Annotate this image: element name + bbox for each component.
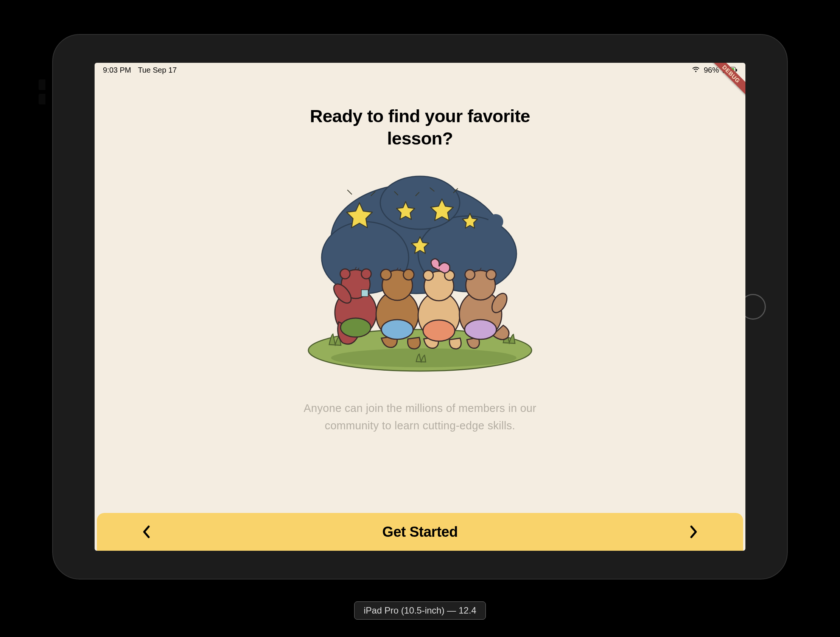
next-button[interactable] bbox=[686, 525, 701, 538]
battery-percent: 96% bbox=[704, 66, 719, 74]
svg-point-35 bbox=[486, 270, 496, 279]
volume-buttons bbox=[39, 79, 52, 106]
svg-point-5 bbox=[499, 238, 508, 247]
prev-button[interactable] bbox=[139, 525, 154, 538]
get-started-button[interactable]: Get Started bbox=[382, 524, 458, 540]
status-bar: 9:03 PM Tue Sep 17 96% bbox=[95, 63, 745, 75]
app-screen: 9:03 PM Tue Sep 17 96% DEBUG Ready to fi… bbox=[95, 63, 745, 551]
svg-rect-21 bbox=[362, 290, 368, 296]
bottom-nav-bar: Get Started bbox=[97, 513, 743, 551]
wifi-icon bbox=[692, 66, 700, 74]
svg-point-36 bbox=[465, 320, 496, 339]
onboarding-illustration bbox=[299, 172, 541, 377]
svg-point-24 bbox=[381, 269, 391, 280]
svg-point-18 bbox=[362, 269, 371, 279]
ipad-device-frame: 9:03 PM Tue Sep 17 96% DEBUG Ready to fi… bbox=[46, 27, 794, 586]
svg-point-3 bbox=[380, 176, 460, 229]
svg-point-29 bbox=[423, 270, 433, 280]
status-time: 9:03 PM bbox=[103, 66, 131, 74]
simulator-device-label: iPad Pro (10.5-inch) — 12.4 bbox=[354, 601, 485, 620]
onboarding-heading: Ready to find your favorite lesson? bbox=[287, 105, 553, 150]
svg-point-34 bbox=[465, 270, 475, 279]
svg-point-31 bbox=[423, 320, 455, 341]
svg-point-19 bbox=[341, 318, 371, 337]
svg-point-25 bbox=[403, 269, 414, 280]
onboarding-content: Ready to find your favorite lesson? bbox=[95, 75, 745, 513]
svg-point-4 bbox=[488, 214, 503, 229]
svg-line-7 bbox=[347, 190, 352, 194]
onboarding-subheading: Anyone can join the millions of members … bbox=[303, 399, 537, 435]
status-date: Tue Sep 17 bbox=[138, 66, 177, 74]
svg-point-17 bbox=[340, 269, 350, 279]
svg-point-26 bbox=[381, 320, 413, 339]
